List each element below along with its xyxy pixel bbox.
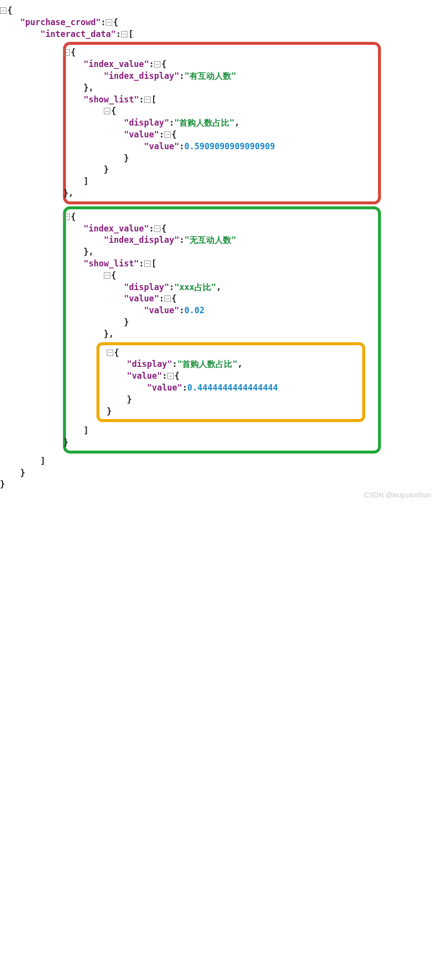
- collapse-icon[interactable]: [154, 61, 160, 67]
- json-line: "index_value":{: [3, 223, 375, 235]
- json-line: },: [3, 328, 375, 340]
- json-line: {: [3, 105, 375, 117]
- json-line: "value":{: [3, 293, 375, 305]
- json-line: "purchase_crowd":{: [0, 17, 440, 29]
- json-line: "value":{: [3, 129, 375, 141]
- json-line: }: [3, 317, 375, 328]
- collapse-icon[interactable]: [106, 19, 112, 26]
- json-line: "index_display":"有互动人数": [3, 70, 375, 82]
- json-string: "xxx占比": [174, 282, 216, 292]
- json-number: 0.4444444444444444: [187, 383, 278, 392]
- json-key: "value": [144, 141, 180, 151]
- json-line: "display":"首购人数占比",: [3, 117, 375, 129]
- collapse-icon[interactable]: [154, 226, 160, 232]
- json-line: }: [0, 467, 440, 479]
- json-line: },: [3, 188, 375, 199]
- json-line: {: [3, 270, 375, 282]
- json-line: "show_list":[: [3, 258, 375, 270]
- json-line: {: [0, 5, 440, 17]
- json-key: "index_display": [104, 71, 180, 81]
- json-line: },: [3, 246, 375, 258]
- json-key: "value": [144, 305, 180, 315]
- json-line: }: [3, 153, 375, 164]
- collapse-icon[interactable]: [121, 31, 127, 37]
- json-line: {: [3, 211, 375, 223]
- json-line: ]: [3, 176, 375, 188]
- json-string: "首购人数占比": [177, 359, 237, 369]
- json-key: "value": [124, 294, 159, 303]
- json-key: "purchase_crowd": [20, 17, 101, 27]
- collapse-icon[interactable]: [0, 7, 6, 14]
- json-line: "value":0.5909090909090909: [3, 141, 375, 153]
- json-line: "show_list":[: [3, 94, 375, 106]
- json-key: "index_display": [104, 235, 180, 245]
- json-line: "value":{: [6, 370, 359, 382]
- json-line: }: [0, 479, 440, 490]
- json-key: "display": [124, 118, 169, 128]
- highlight-box-green: { "index_value":{ "index_display":"无互动人数…: [63, 206, 381, 454]
- watermark: CSDN @wuyuanshun: [364, 490, 431, 500]
- json-line: {: [6, 347, 359, 359]
- collapse-icon[interactable]: [63, 49, 70, 56]
- collapse-icon[interactable]: [104, 272, 110, 279]
- json-key: "show_list": [84, 259, 139, 268]
- json-line: "display":"xxx占比",: [3, 282, 375, 294]
- json-string: "有互动人数": [184, 71, 236, 81]
- json-line: "display":"首购人数占比",: [6, 359, 359, 370]
- highlight-box-yellow: { "display":"首购人数占比", "value":{ "value":…: [96, 342, 365, 423]
- collapse-icon[interactable]: [164, 131, 171, 138]
- json-line: }: [3, 164, 375, 176]
- collapse-icon[interactable]: [104, 108, 110, 114]
- json-line: ]: [3, 425, 375, 437]
- json-line: "value":0.4444444444444444: [6, 382, 359, 394]
- json-line: {: [3, 47, 375, 59]
- json-key: "value": [124, 130, 159, 139]
- json-line: }: [3, 437, 375, 449]
- json-number: 0.5909090909090909: [184, 141, 275, 151]
- json-key: "display": [127, 359, 172, 369]
- collapse-icon[interactable]: [144, 261, 151, 267]
- collapse-icon[interactable]: [164, 295, 171, 302]
- json-line: "index_display":"无互动人数": [3, 234, 375, 246]
- json-string: "首购人数占比": [174, 118, 234, 128]
- json-key: "interact_data": [40, 29, 116, 39]
- json-line: }: [6, 406, 359, 418]
- collapse-icon[interactable]: [63, 214, 70, 220]
- json-key: "display": [124, 282, 169, 292]
- json-key: "index_value": [84, 59, 149, 69]
- json-key: "show_list": [84, 95, 139, 104]
- collapse-icon[interactable]: [144, 97, 151, 103]
- json-line: }: [6, 394, 359, 406]
- collapse-icon[interactable]: [167, 373, 174, 379]
- json-string: "无互动人数": [184, 235, 236, 245]
- json-number: 0.02: [184, 305, 204, 315]
- json-line: "interact_data":[: [0, 29, 440, 40]
- json-line: "index_value":{: [3, 59, 375, 70]
- collapse-icon[interactable]: [107, 350, 113, 356]
- json-key: "value": [127, 371, 162, 381]
- json-key: "value": [147, 383, 183, 392]
- json-key: "index_value": [84, 224, 149, 233]
- json-line: "value":0.02: [3, 305, 375, 317]
- highlight-box-red: { "index_value":{ "index_display":"有互动人数…: [63, 42, 381, 204]
- json-line: },: [3, 82, 375, 94]
- json-line: ]: [0, 456, 440, 467]
